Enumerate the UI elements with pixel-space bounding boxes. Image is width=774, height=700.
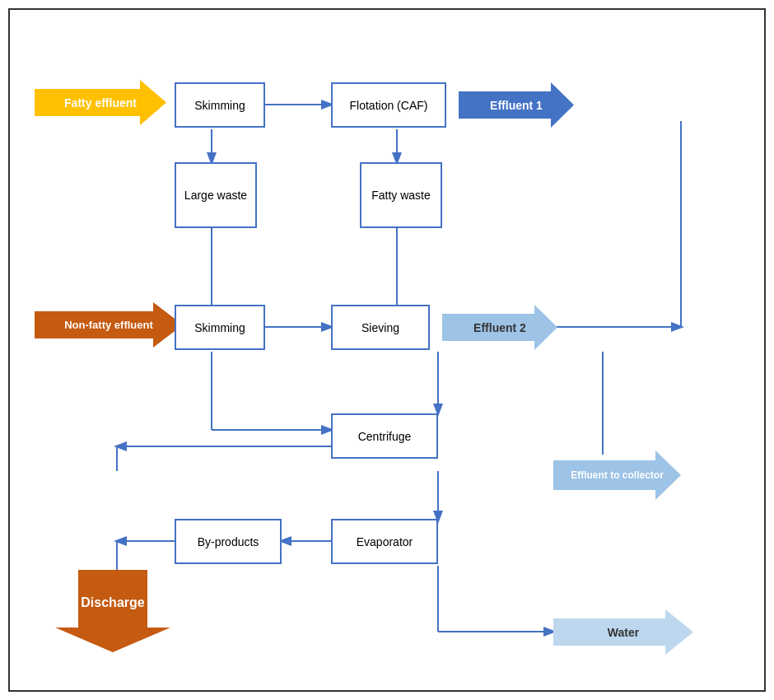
flotation-box: Flotation (CAF): [331, 82, 446, 128]
effluent1-arrow: Effluent 1: [459, 82, 574, 128]
discharge-label: Discharge: [81, 595, 144, 610]
fatty-waste-label: Fatty waste: [371, 189, 431, 202]
fatty-effluent-label: Fatty effluent: [64, 96, 137, 110]
effluent-collector-arrow: Effluent to collector: [553, 450, 681, 500]
diagram-container: Fatty effluent Skimming Flotation (CAF) …: [8, 8, 766, 692]
by-products-label: By-products: [198, 535, 259, 548]
skimming2-label: Skimming: [194, 321, 245, 334]
water-label: Water: [608, 626, 639, 639]
nonfatty-effluent-arrow: Non-fatty effluent: [35, 302, 183, 348]
fatty-waste-box: Fatty waste: [360, 162, 442, 228]
sieving-box: Sieving: [331, 305, 430, 350]
discharge-arrow: Discharge: [55, 570, 170, 652]
skimming1-label: Skimming: [194, 99, 245, 112]
by-products-box: By-products: [175, 519, 282, 564]
sieving-label: Sieving: [361, 321, 399, 334]
large-waste-box: Large waste: [175, 162, 257, 228]
large-waste-label: Large waste: [184, 189, 247, 202]
skimming1-box: Skimming: [175, 82, 265, 128]
effluent2-arrow: Effluent 2: [442, 305, 557, 350]
flotation-label: Flotation (CAF): [350, 99, 428, 112]
effluent-collector-label: Effluent to collector: [571, 469, 664, 481]
fatty-effluent-arrow: Fatty effluent: [35, 80, 166, 125]
centrifuge-label: Centrifuge: [358, 430, 412, 443]
centrifuge-box: Centrifuge: [331, 413, 438, 459]
effluent2-label: Effluent 2: [473, 321, 526, 334]
evaporator-label: Evaporator: [357, 535, 413, 548]
skimming2-box: Skimming: [175, 305, 265, 350]
water-arrow: Water: [553, 609, 693, 655]
effluent1-label: Effluent 1: [490, 99, 543, 112]
nonfatty-effluent-label: Non-fatty effluent: [64, 319, 153, 331]
evaporator-box: Evaporator: [331, 519, 438, 564]
